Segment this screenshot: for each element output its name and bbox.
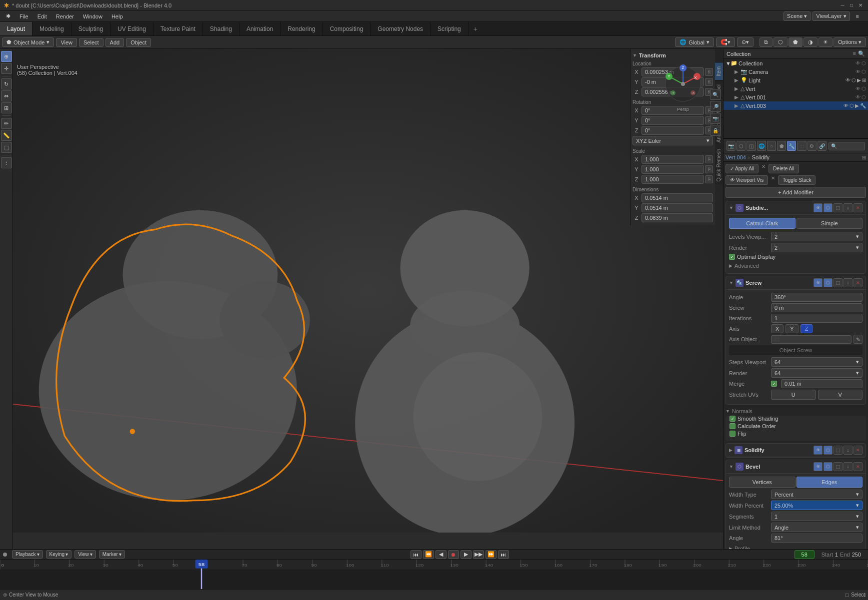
tab-compositing[interactable]: Compositing: [323, 22, 371, 35]
calculate-order-checkbox[interactable]: [730, 423, 736, 429]
next-frame-button[interactable]: ▶▶: [473, 550, 484, 559]
props-tab-view-layer[interactable]: ◫: [746, 141, 756, 151]
scale-z-copy[interactable]: ⎘: [705, 175, 713, 183]
catmull-clark-button[interactable]: Catmul-Clark: [729, 218, 796, 229]
dim-x-field[interactable]: 0.0514 m: [642, 193, 713, 202]
viewport-shading-rendered[interactable]: ☀: [818, 37, 832, 47]
screw-angle-field[interactable]: 360°: [771, 293, 862, 302]
side-tab-item[interactable]: Item: [715, 62, 723, 80]
solidify-delete-button[interactable]: ✕: [854, 446, 862, 455]
bevel-frame-button[interactable]: ⬚: [834, 462, 842, 471]
outliner-item-vert[interactable]: ▶ △ Vert 👁 ⬡: [724, 84, 868, 93]
transform-selector[interactable]: 🌐 Global ▾: [675, 37, 714, 47]
view-layer-selector[interactable]: ViewLayer ▾: [812, 11, 850, 21]
vert-eye-icon[interactable]: 👁: [856, 86, 860, 91]
rotation-y-field[interactable]: 0°: [642, 116, 704, 125]
scale-z-field[interactable]: 1.000: [642, 175, 704, 184]
props-tab-world[interactable]: ○: [767, 141, 776, 151]
navigation-gizmo[interactable]: X Y Z -X -Y Persp: [663, 64, 703, 104]
vert003-render-icon[interactable]: ⬡: [850, 103, 854, 108]
solidify-frame-button[interactable]: ⬚: [834, 446, 842, 455]
solidify-down-button[interactable]: ↓: [844, 446, 852, 455]
bevel-limit-method-selector[interactable]: Angle ▾: [771, 523, 862, 532]
stretch-u-button[interactable]: U: [771, 390, 816, 400]
end-frame[interactable]: 250: [852, 552, 861, 558]
maximize-button[interactable]: □: [848, 2, 855, 9]
play-button[interactable]: ▶: [460, 550, 472, 559]
screw-down-button[interactable]: ↓: [844, 278, 852, 287]
screw-axis-object-edit[interactable]: ✎: [854, 335, 862, 344]
jump-start-button[interactable]: ⏮: [410, 550, 422, 559]
jump-next-button[interactable]: ⏩: [486, 550, 496, 559]
smooth-shading-checkbox[interactable]: [730, 416, 736, 422]
steps-viewport-field[interactable]: 64 ▾: [771, 357, 862, 367]
extra-tools[interactable]: ⋮: [1, 157, 12, 168]
record-button[interactable]: ⏺: [448, 550, 459, 559]
euler-mode-selector[interactable]: XYZ Euler ▾: [632, 136, 713, 145]
toggle-stack-button[interactable]: Toggle Stack: [778, 175, 816, 185]
delete-all-button[interactable]: Delete All: [768, 164, 798, 173]
cursor-tool[interactable]: ⊕: [1, 51, 12, 62]
simple-button[interactable]: Simple: [796, 218, 863, 229]
menu-filter-icon[interactable]: ≡: [852, 12, 863, 20]
scale-tool[interactable]: ⇔: [1, 90, 12, 101]
screw-delete-button[interactable]: ✕: [854, 278, 862, 287]
tab-modeling[interactable]: Modeling: [32, 22, 72, 35]
apply-all-button[interactable]: ✓ Apply All: [726, 164, 758, 173]
scale-y-copy[interactable]: ⎘: [705, 165, 713, 173]
measure-tool[interactable]: 📏: [1, 130, 12, 141]
breadcrumb-object[interactable]: Vert.004: [726, 154, 746, 160]
merge-value-field[interactable]: 0.01 m: [781, 379, 862, 388]
screw-eye-button[interactable]: 👁: [814, 278, 822, 287]
optimal-display-checkbox[interactable]: [729, 254, 735, 260]
tab-sculpting[interactable]: Sculpting: [72, 22, 110, 35]
menu-render[interactable]: Render: [52, 12, 78, 20]
keying-button[interactable]: Keying ▾: [46, 550, 72, 559]
screw-render-button[interactable]: ⬡: [824, 278, 832, 287]
jump-end-button[interactable]: ⏭: [498, 550, 509, 559]
tab-texture-paint[interactable]: Texture Paint: [154, 22, 203, 35]
screw-iterations-field[interactable]: 1: [771, 314, 862, 323]
flip-checkbox[interactable]: [730, 431, 736, 437]
bevel-profile-toggle[interactable]: ▶ Profile: [729, 544, 862, 549]
screw-axis-object-field[interactable]: ⬚: [771, 335, 852, 344]
bevel-segments-field[interactable]: 1 ▾: [771, 512, 862, 521]
subdiv-render-field[interactable]: 2 ▾: [771, 243, 862, 252]
screw-screw-field[interactable]: 0 m: [771, 303, 862, 312]
add-menu[interactable]: Add: [106, 38, 124, 47]
bevel-edges-button[interactable]: Edges: [796, 477, 863, 488]
screw-frame-button[interactable]: ⬚: [834, 278, 842, 287]
zoom-in-button[interactable]: 🔍: [710, 89, 721, 100]
subdiv-render-button[interactable]: ⬡: [824, 203, 832, 212]
breadcrumb-modifier[interactable]: Solidify: [752, 154, 770, 160]
props-tab-object[interactable]: ⬟: [777, 141, 786, 151]
light-props-icon[interactable]: ▶: [857, 77, 861, 83]
menu-edit[interactable]: Edit: [34, 12, 51, 20]
camera-render-icon[interactable]: ⬡: [862, 69, 866, 74]
scale-x-field[interactable]: 1.000: [642, 155, 704, 164]
viewport-options[interactable]: Options ▾: [834, 37, 866, 47]
scale-y-field[interactable]: 1.000: [642, 165, 704, 174]
collection-render-icon[interactable]: ⬡: [862, 60, 866, 66]
vert001-render-icon[interactable]: ⬡: [862, 94, 866, 100]
merge-checkbox[interactable]: [771, 381, 777, 387]
bevel-eye-button[interactable]: 👁: [814, 462, 822, 471]
solidify-render-button[interactable]: ⬡: [824, 446, 832, 455]
tab-animation[interactable]: Animation: [240, 22, 280, 35]
location-x-copy[interactable]: ⎘: [705, 68, 713, 76]
select-menu[interactable]: Select: [79, 38, 104, 47]
camera-eye-icon[interactable]: 👁: [856, 69, 860, 74]
outliner-item-light[interactable]: ▶ 💡 Light 👁 ⬡ ▶ ⊞: [724, 76, 868, 84]
minimize-button[interactable]: ─: [839, 2, 846, 9]
subdiv-eye-button[interactable]: 👁: [814, 203, 822, 212]
outliner-filter-icon[interactable]: ≡: [853, 50, 856, 57]
add-primitive-tool[interactable]: ⬚: [1, 142, 12, 153]
side-tab-quick-remesh[interactable]: Quick Remesh: [715, 146, 723, 185]
add-workspace-button[interactable]: +: [468, 23, 482, 35]
view-menu[interactable]: View: [56, 38, 77, 47]
transform-tool[interactable]: ⊞: [1, 102, 12, 113]
transform-section-header[interactable]: ▼ Transform: [632, 51, 713, 60]
props-tab-physics[interactable]: ⚙: [808, 141, 816, 151]
light-extra-icon[interactable]: ⊞: [862, 77, 866, 83]
viewport-shading-wire[interactable]: ⬡: [774, 37, 788, 47]
